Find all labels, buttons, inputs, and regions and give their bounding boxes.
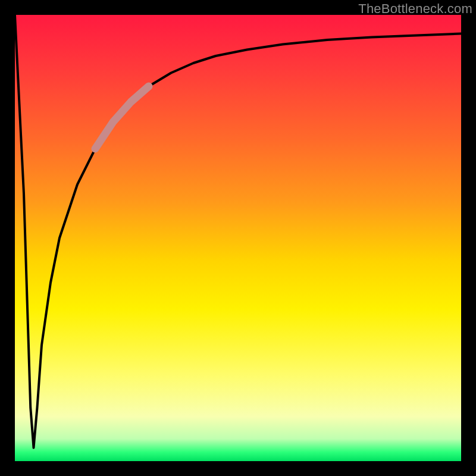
bottleneck-curve-highlight	[95, 86, 149, 149]
chart-svg	[15, 15, 461, 461]
chart-frame: TheBottleneck.com	[0, 0, 476, 476]
watermark-label: TheBottleneck.com	[358, 1, 472, 17]
bottleneck-curve	[15, 15, 461, 448]
plot-area	[15, 15, 461, 461]
